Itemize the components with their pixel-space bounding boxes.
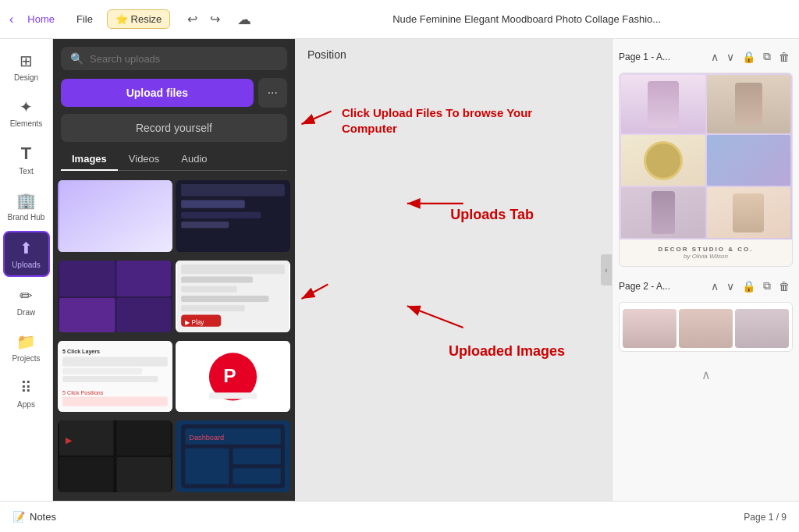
svg-rect-40 — [185, 449, 229, 484]
sidebar-item-brand-hub[interactable]: 🏢 Brand Hub — [3, 185, 50, 228]
svg-rect-10 — [117, 298, 171, 332]
brand-hub-icon: 🏢 — [16, 191, 36, 210]
svg-rect-14 — [181, 286, 236, 292]
uploaded-image-5[interactable]: 5 Click Layers 5 Click Positions — [58, 341, 172, 413]
uploaded-image-2[interactable] — [176, 180, 290, 252]
upload-tabs: Images Videos Audio — [61, 148, 287, 171]
sidebar-item-uploads[interactable]: ⬆ Uploads — [3, 231, 50, 277]
page2-cell-1 — [623, 309, 676, 348]
record-yourself-button[interactable]: Record yourself — [61, 114, 287, 142]
page2-header: Page 2 - A... ∧ ∨ 🔒 ⧉ 🗑 — [619, 276, 793, 296]
tab-audio[interactable]: Audio — [170, 148, 218, 171]
position-label: Position — [307, 48, 346, 61]
svg-rect-25 — [62, 396, 168, 406]
right-panel: Page 1 - A... ∧ ∨ 🔒 ⧉ 🗑 — [612, 39, 799, 501]
svg-rect-13 — [181, 276, 253, 282]
uploaded-image-8[interactable]: Dashboard — [176, 420, 290, 492]
top-bar-left: ‹ Home File ⭐ Resize ↩ ↪ ☁ — [9, 8, 257, 31]
upload-panel: 🔍 Upload files ··· Record yourself Image… — [53, 39, 295, 501]
svg-rect-33 — [59, 457, 113, 492]
tab-images[interactable]: Images — [61, 148, 118, 171]
upload-btn-row: Upload files ··· — [61, 78, 287, 108]
scroll-up-indicator[interactable]: ∧ — [619, 361, 793, 388]
bottom-bar: 📝 Notes Page 1 / 9 — [0, 501, 799, 532]
uploaded-image-6[interactable]: P — [176, 341, 290, 413]
undo-redo-group: ↩ ↪ — [183, 9, 225, 30]
notes-button[interactable]: 📝 Notes — [12, 511, 56, 523]
page1-label: Page 1 - A... — [619, 51, 705, 62]
cloud-save-button[interactable]: ☁ — [231, 8, 257, 31]
page1-delete-button[interactable]: 🗑 — [776, 48, 793, 65]
svg-rect-32 — [117, 420, 171, 456]
sidebar-label-uploads: Uploads — [12, 261, 41, 269]
home-button[interactable]: Home — [20, 10, 62, 28]
uploaded-image-3[interactable] — [58, 261, 172, 332]
svg-rect-42 — [233, 469, 281, 484]
page1-thumbnail[interactable]: DECOR STUDIO & CO. by Olivia Wilson — [619, 73, 793, 267]
page1-down-button[interactable]: ∨ — [723, 48, 737, 65]
search-bar: 🔍 — [61, 47, 287, 70]
svg-text:5 Click Layers: 5 Click Layers — [62, 349, 100, 355]
page2-actions: ∧ ∨ 🔒 ⧉ 🗑 — [708, 278, 793, 294]
uploaded-image-7[interactable]: ▶ — [58, 420, 172, 492]
page-indicator: Page 1 / 9 — [744, 512, 787, 523]
sidebar-label-draw: Draw — [17, 308, 35, 317]
svg-line-47 — [301, 285, 328, 300]
page2-up-button[interactable]: ∧ — [708, 278, 722, 294]
redo-button[interactable]: ↪ — [205, 9, 225, 30]
page2-thumbnail[interactable] — [619, 302, 793, 352]
tab-videos[interactable]: Videos — [118, 148, 171, 171]
resize-button[interactable]: ⭐ Resize — [107, 9, 170, 29]
draw-icon: ✏ — [20, 286, 33, 305]
undo-button[interactable]: ↩ — [183, 9, 202, 30]
page1-up-button[interactable]: ∧ — [708, 48, 722, 65]
design-icon: ⊞ — [20, 51, 33, 70]
sidebar-item-projects[interactable]: 📁 Projects — [3, 326, 50, 369]
svg-rect-4 — [181, 212, 261, 218]
sidebar-label-elements: Elements — [10, 119, 43, 128]
svg-text:P: P — [223, 365, 236, 386]
sidebar-label-apps: Apps — [17, 400, 35, 409]
uploaded-image-1[interactable] — [58, 180, 172, 252]
moodboard-sub: by Olivia Wilson — [626, 253, 786, 260]
apps-icon: ⠿ — [20, 378, 32, 397]
sidebar-item-apps[interactable]: ⠿ Apps — [3, 372, 50, 415]
notes-label: Notes — [30, 511, 56, 523]
search-input[interactable] — [90, 53, 278, 65]
sidebar-item-draw[interactable]: ✏ Draw — [3, 280, 50, 323]
uploads-icon: ⬆ — [20, 239, 33, 257]
page1-actions: ∧ ∨ 🔒 ⧉ 🗑 — [708, 48, 793, 65]
svg-text:5 Click Positions: 5 Click Positions — [62, 390, 104, 396]
sidebar-label-projects: Projects — [12, 354, 40, 363]
svg-rect-2 — [181, 184, 285, 196]
page2-delete-button[interactable]: 🗑 — [776, 278, 793, 294]
top-bar: ‹ Home File ⭐ Resize ↩ ↪ ☁ Nude Feminine… — [0, 0, 799, 39]
sidebar-item-text[interactable]: T Text — [3, 137, 50, 182]
svg-rect-23 — [62, 375, 158, 381]
page2-copy-button[interactable]: ⧉ — [760, 278, 774, 294]
more-options-button[interactable]: ··· — [258, 78, 287, 108]
svg-rect-8 — [117, 261, 171, 296]
page1-copy-button[interactable]: ⧉ — [760, 48, 774, 65]
panel-collapse-handle[interactable]: ‹ — [601, 254, 612, 286]
svg-rect-34 — [117, 457, 171, 492]
sidebar-item-elements[interactable]: ✦ Elements — [3, 91, 50, 134]
upload-files-button[interactable]: Upload files — [61, 79, 254, 107]
page2-lock-button[interactable]: 🔒 — [739, 278, 758, 294]
file-button[interactable]: File — [69, 10, 101, 28]
sidebar-label-design: Design — [14, 73, 38, 82]
document-title: Nude Feminine Elegant Moodboard Photo Co… — [264, 13, 790, 25]
page2-down-button[interactable]: ∨ — [723, 278, 737, 294]
sidebar-item-design[interactable]: ⊞ Design — [3, 45, 50, 88]
svg-rect-0 — [59, 180, 171, 252]
svg-rect-5 — [181, 222, 229, 228]
back-button[interactable]: ‹ — [9, 12, 13, 27]
notes-icon: 📝 — [12, 511, 25, 523]
sidebar-label-text: Text — [19, 167, 33, 176]
svg-text:Dashboard: Dashboard — [189, 434, 224, 442]
annotation-uploaded-images: Uploaded Images — [449, 343, 565, 360]
page1-lock-button[interactable]: 🔒 — [739, 48, 758, 65]
svg-line-46 — [407, 306, 463, 328]
svg-rect-22 — [62, 367, 142, 374]
uploaded-image-4[interactable]: ▶ Play — [176, 261, 290, 332]
